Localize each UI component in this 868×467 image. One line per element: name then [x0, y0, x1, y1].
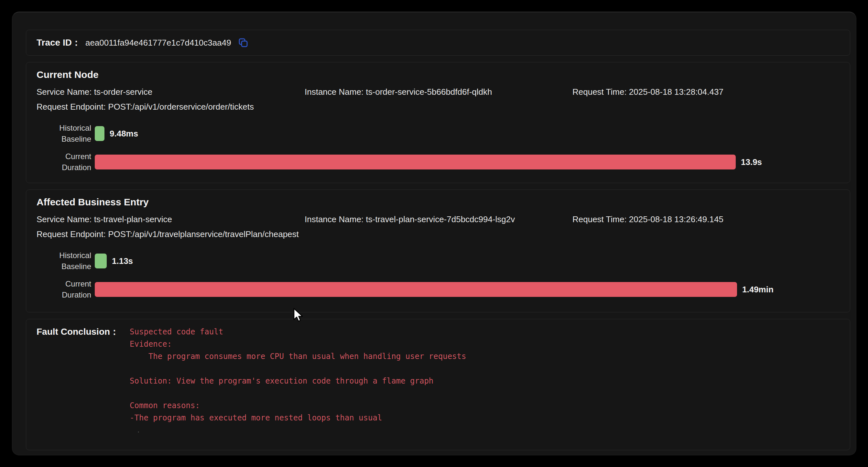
affected-business-entry-title: Affected Business Entry [36, 196, 840, 208]
service-name: Service Name: ts-order-service [36, 86, 305, 98]
trace-id-value: aea0011fa94e461777e1c7d410c3aa49 [85, 38, 231, 48]
page-background: { "trace": { "label": "Trace ID：", "valu… [0, 0, 868, 467]
historical-baseline-row: Historical Baseline 9.48ms [36, 123, 840, 145]
historical-baseline-label: Historical Baseline [36, 250, 91, 272]
fault-conclusion-text: Suspected code fault Evidence: The progr… [130, 326, 466, 424]
request-endpoint: Request Endpoint: POST:/api/v1/orderserv… [36, 101, 840, 113]
current-duration-row: Current Duration 1.49min [36, 278, 840, 301]
historical-baseline-bar [95, 254, 107, 269]
trace-id-label: Trace ID： [36, 36, 81, 49]
historical-baseline-row: Historical Baseline 1.13s [36, 250, 840, 272]
current-node-fields: Service Name: ts-order-service Instance … [36, 86, 840, 113]
request-time: Request Time: 2025-08-18 13:28:04.437 [572, 86, 840, 98]
fault-conclusion-panel: Fault Conclusion： Suspected code fault E… [26, 319, 850, 450]
current-duration-row: Current Duration 13.9s [36, 151, 840, 173]
current-duration-value: 1.49min [742, 285, 774, 294]
historical-baseline-bar [95, 126, 104, 141]
current-duration-bar [95, 282, 737, 297]
service-name: Service Name: ts-travel-plan-service [36, 213, 305, 225]
trace-analysis-window: Trace ID： aea0011fa94e461777e1c7d410c3aa… [12, 12, 856, 455]
fault-conclusion-label: Fault Conclusion： [36, 326, 119, 338]
instance-name: Instance Name: ts-travel-plan-service-7d… [305, 213, 572, 225]
current-duration-bar [95, 155, 736, 169]
copy-icon-glyph [238, 37, 249, 48]
current-duration-label: Current Duration [36, 278, 91, 301]
copy-icon[interactable] [238, 37, 249, 48]
request-time: Request Time: 2025-08-18 13:26:49.145 [572, 213, 840, 225]
affected-business-entry-panel: Affected Business Entry Service Name: ts… [26, 189, 850, 312]
current-node-panel: Current Node Service Name: ts-order-serv… [26, 62, 850, 183]
trace-id-panel: Trace ID： aea0011fa94e461777e1c7d410c3aa… [26, 30, 850, 56]
request-endpoint: Request Endpoint: POST:/api/v1/travelpla… [36, 228, 840, 240]
current-node-title: Current Node [36, 69, 840, 81]
affected-business-entry-fields: Service Name: ts-travel-plan-service Ins… [36, 213, 840, 240]
affected-business-entry-duration-bars: Historical Baseline 1.13s Current Durati… [36, 250, 840, 301]
current-duration-value: 13.9s [741, 157, 762, 167]
current-duration-label: Current Duration [36, 151, 91, 173]
historical-baseline-value: 1.13s [112, 256, 133, 266]
current-node-duration-bars: Historical Baseline 9.48ms Current Durat… [36, 123, 840, 173]
historical-baseline-value: 9.48ms [110, 129, 138, 139]
instance-name: Instance Name: ts-order-service-5b66bdfd… [305, 86, 572, 98]
historical-baseline-label: Historical Baseline [36, 123, 91, 145]
faint-dot: . [137, 426, 140, 434]
